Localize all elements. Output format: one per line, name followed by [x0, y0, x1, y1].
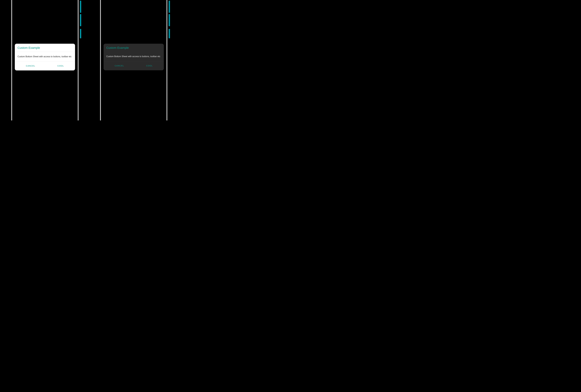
- dialog-header: Custom Example: [104, 44, 164, 52]
- dialog-body-text: Custom Bottom Sheet with access to butto…: [18, 55, 72, 58]
- bottom-sheet-dialog-light: Custom Example Custom Bottom Sheet with …: [15, 44, 75, 70]
- dialog-actions: CANCEL COOL: [104, 61, 164, 70]
- phone-frame-dark: Custom Example Custom Bottom Sheet with …: [97, 0, 170, 120]
- confirm-button[interactable]: COOL: [144, 64, 155, 67]
- power-button[interactable]: [80, 29, 81, 38]
- dialog-header: Custom Example: [15, 44, 75, 52]
- power-button[interactable]: [169, 29, 170, 38]
- bottom-sheet-dialog-dark: Custom Example Custom Bottom Sheet with …: [104, 44, 164, 70]
- volume-down-button[interactable]: [80, 14, 81, 26]
- phone-screen-light: Custom Example Custom Bottom Sheet with …: [12, 0, 78, 120]
- volume-up-button[interactable]: [80, 1, 81, 13]
- dialog-body: Custom Bottom Sheet with access to butto…: [15, 52, 75, 61]
- cancel-button[interactable]: CANCEL: [24, 64, 38, 67]
- phone-frame-light: Custom Example Custom Bottom Sheet with …: [8, 0, 81, 120]
- dialog-body: Custom Bottom Sheet with access to butto…: [104, 52, 164, 61]
- phone-screen-dark: Custom Example Custom Bottom Sheet with …: [101, 0, 166, 120]
- confirm-button[interactable]: COOL: [55, 64, 66, 67]
- dialog-title: Custom Example: [18, 46, 72, 50]
- volume-up-button[interactable]: [169, 1, 170, 13]
- volume-down-button[interactable]: [169, 14, 170, 26]
- cancel-button[interactable]: CANCEL: [112, 64, 126, 67]
- dialog-actions: CANCEL COOL: [15, 61, 75, 70]
- dialog-body-text: Custom Bottom Sheet with access to butto…: [106, 55, 161, 58]
- dialog-title: Custom Example: [106, 46, 161, 50]
